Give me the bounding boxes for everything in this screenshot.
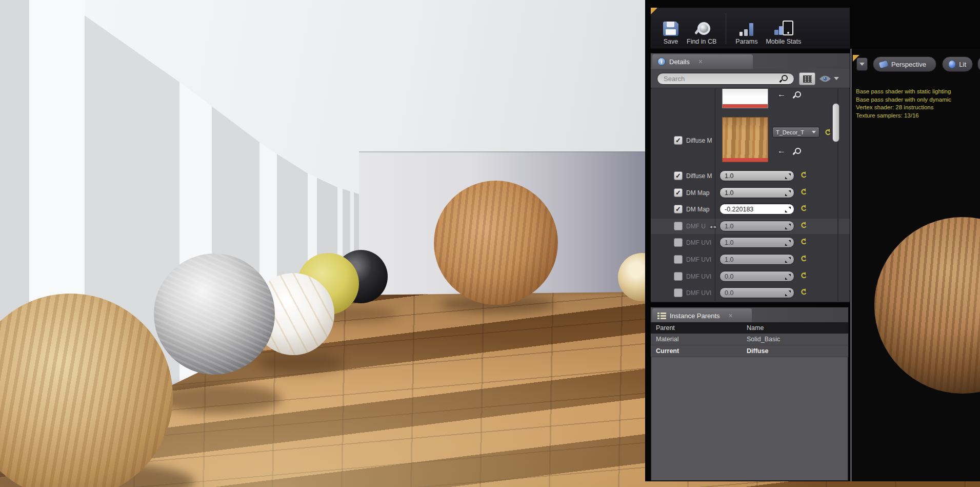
stat-line: Base pass shader with only dynamic: [856, 96, 951, 104]
revert-button[interactable]: [799, 205, 807, 212]
stat-line: Texture samplers: 13/16: [856, 112, 951, 120]
perspective-label: Perspective: [891, 61, 926, 68]
revert-button[interactable]: [799, 188, 807, 196]
stat-line: Base pass shader with static lighting: [856, 88, 951, 96]
scrollbar-thumb[interactable]: [832, 103, 839, 142]
parameter-value-input[interactable]: 1.0: [719, 221, 794, 231]
parameter-row: DMF UVI 1.0: [651, 236, 850, 249]
toolbar: Save Find in CB Params Mobile Stats: [650, 7, 850, 49]
parameter-value-input[interactable]: 1.0: [719, 187, 794, 198]
slider-resize-icon: [785, 240, 791, 246]
parameter-label: DM Map: [686, 189, 714, 197]
tab-instance-parents[interactable]: Instance Parents ×: [652, 308, 752, 323]
parameter-value: 0.0: [725, 273, 733, 280]
lit-mode-icon: [949, 61, 955, 68]
tab-corner-marker: [651, 8, 657, 14]
info-icon: i: [657, 57, 666, 66]
revert-button[interactable]: [799, 238, 807, 245]
find-in-cb-icon: [695, 22, 708, 34]
parameter-checkbox[interactable]: [674, 272, 683, 281]
sphere-wood-center: [434, 181, 558, 305]
application-window: Save Find in CB Params Mobile Stats i De…: [0, 0, 980, 487]
search-input[interactable]: [657, 73, 794, 85]
preview-sphere: [874, 217, 980, 394]
texture-thumbnail-wood[interactable]: [722, 117, 768, 162]
panel-divider[interactable]: [850, 49, 852, 481]
revert-button[interactable]: [799, 272, 807, 279]
table-row[interactable]: MaterialSolid_Basic: [651, 334, 848, 345]
find-asset-icon[interactable]: [793, 148, 801, 155]
details-tab-label: Details: [669, 58, 690, 66]
back-arrow-icon[interactable]: ←: [777, 146, 786, 155]
parameter-value-input[interactable]: 0.0: [719, 287, 794, 298]
params-label: Params: [735, 38, 757, 45]
sphere-shadow: [259, 353, 344, 374]
revert-button[interactable]: [799, 171, 807, 179]
asset-name: T_Decor_T: [776, 129, 804, 135]
revert-button[interactable]: [799, 222, 807, 229]
parameter-checkbox[interactable]: [674, 222, 683, 230]
slider-resize-icon: [785, 274, 791, 280]
tab-details[interactable]: i Details ×: [652, 54, 753, 69]
texture-param-label: Diffuse M: [686, 137, 714, 144]
mobile-stats-button[interactable]: Mobile Stats: [762, 11, 805, 46]
details-tab-bar: i Details ×: [651, 53, 850, 69]
table-row[interactable]: CurrentDiffuse: [651, 345, 848, 357]
instance-parents-tab-bar: Instance Parents ×: [651, 307, 848, 323]
parameter-checkbox[interactable]: [674, 238, 683, 247]
parameter-checkbox[interactable]: [674, 255, 683, 264]
back-arrow-icon[interactable]: ←: [777, 90, 786, 99]
parameter-value-input[interactable]: 0.0: [719, 271, 794, 282]
perspective-button[interactable]: Perspective: [873, 56, 936, 72]
viewport-button-partial[interactable]: [977, 56, 980, 72]
instance-parents-panel: Instance Parents × Parent Name MaterialS…: [650, 307, 849, 481]
lit-button[interactable]: Lit: [942, 56, 973, 72]
grid-icon: [803, 75, 812, 83]
column-parent: Parent: [651, 324, 747, 332]
parameter-value-input[interactable]: 1.0: [719, 254, 794, 265]
parameter-value: 1.0: [725, 239, 733, 246]
parameter-value-input[interactable]: 1.0: [719, 170, 794, 181]
asset-dropdown[interactable]: T_Decor_T: [772, 127, 819, 138]
parameter-value-input[interactable]: -0.220183: [719, 204, 794, 215]
resize-cursor-icon: ↔: [708, 220, 718, 231]
parameter-value: 1.0: [725, 256, 733, 263]
mobile-stats-icon: [774, 21, 793, 36]
slider-resize-icon: [785, 190, 791, 196]
parameter-value: 1.0: [725, 172, 733, 180]
slider-resize-icon: [785, 257, 791, 263]
find-in-cb-button[interactable]: Find in CB: [683, 11, 721, 46]
parameter-checkbox[interactable]: [674, 288, 683, 297]
parameter-checkbox[interactable]: ✓: [674, 171, 683, 180]
chevron-down-icon: [834, 77, 839, 80]
revert-button[interactable]: [799, 255, 807, 262]
revert-button[interactable]: [824, 129, 831, 136]
parameter-row: DMF U 1.0 ↔: [651, 220, 850, 233]
display-filter-button[interactable]: [799, 72, 815, 85]
close-icon[interactable]: ×: [698, 57, 703, 66]
parameter-label: Diffuse M: [686, 172, 714, 180]
save-button[interactable]: Save: [659, 11, 683, 46]
parameter-row: ✓ Diffuse M 1.0: [651, 169, 850, 183]
material-preview-viewport[interactable]: Perspective Lit Base pass shader with st…: [853, 49, 980, 481]
revert-button[interactable]: [799, 288, 807, 296]
parameter-row: DMF UVI 0.0: [651, 270, 850, 283]
parameter-checkbox[interactable]: ✓: [674, 188, 683, 197]
parameter-label: DMF UVI: [686, 239, 714, 246]
params-button[interactable]: Params: [731, 11, 762, 46]
parameter-row: DMF UVI 0.0: [651, 286, 850, 300]
parameter-checkbox[interactable]: ✓: [674, 205, 683, 213]
toolbar-separator: [726, 13, 726, 44]
view-options-button[interactable]: [819, 73, 839, 84]
texture-param-checkbox[interactable]: ✓: [674, 136, 683, 145]
parameter-row: DMF UVI 1.0: [651, 253, 850, 266]
find-asset-icon[interactable]: [793, 91, 801, 99]
close-icon[interactable]: ×: [729, 311, 733, 320]
parameter-label: DMF UVI: [686, 256, 714, 263]
list-tree-icon: [657, 312, 666, 319]
parameter-value-input[interactable]: 1.0: [719, 237, 794, 248]
slider-resize-icon: [785, 290, 791, 296]
texture-thumbnail-partial[interactable]: [722, 89, 768, 108]
parameter-list: ← ✓ Diffuse M T_Decor_T ← ✓ Diffuse M 1.…: [651, 89, 850, 301]
slider-resize-icon: [785, 224, 791, 229]
